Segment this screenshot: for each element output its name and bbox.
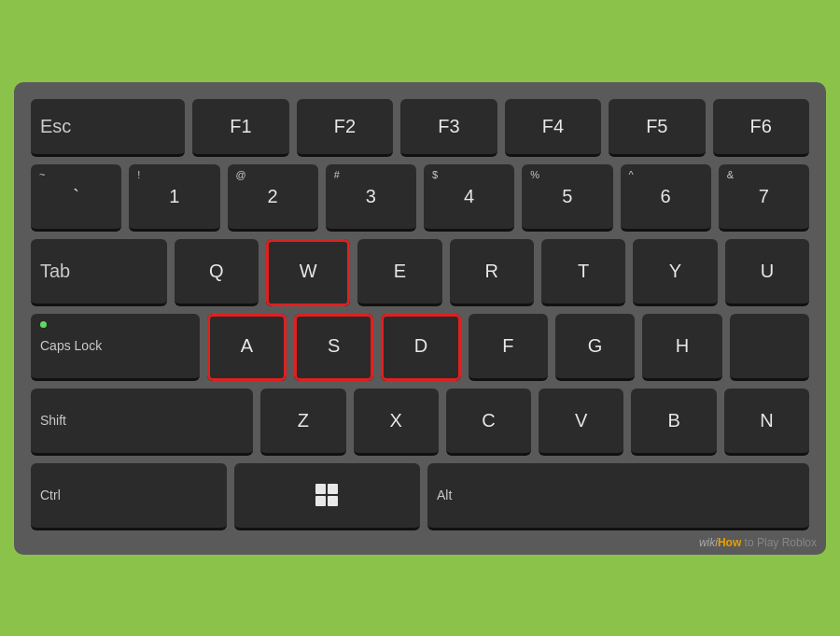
key-f6[interactable]: F6 [713, 99, 809, 157]
key-f[interactable]: F [469, 314, 548, 381]
watermark-how: How [718, 536, 741, 549]
key-alt[interactable]: Alt [427, 463, 809, 530]
asdf-row: Caps Lock A S D F G H [31, 314, 809, 381]
key-f3[interactable]: F3 [400, 99, 497, 157]
key-shift[interactable]: Shift [31, 389, 253, 456]
key-6[interactable]: ^ 6 [621, 164, 711, 232]
key-win[interactable] [234, 463, 421, 530]
key-f4[interactable]: F4 [505, 99, 601, 157]
key-f2[interactable]: F2 [297, 99, 393, 157]
key-4[interactable]: $ 4 [424, 164, 514, 232]
key-y[interactable]: Y [633, 239, 717, 306]
key-x[interactable]: X [354, 389, 439, 456]
key-t[interactable]: T [541, 239, 625, 306]
key-h[interactable]: H [642, 314, 721, 381]
key-tilde[interactable]: ~ ` [31, 164, 121, 232]
key-z[interactable]: Z [260, 389, 345, 456]
key-a[interactable]: A [207, 314, 287, 381]
key-s[interactable]: S [294, 314, 373, 381]
number-row: ~ ` ! 1 @ 2 # 3 $ 4 % 5 ^ 6 & 7 [31, 164, 809, 232]
key-5[interactable]: % 5 [522, 164, 612, 232]
key-b[interactable]: B [631, 389, 716, 456]
key-semicolon[interactable] [730, 314, 809, 381]
key-u[interactable]: U [725, 239, 809, 306]
fn-row: Esc F1 F2 F3 F4 F5 F6 [31, 99, 809, 157]
key-w[interactable]: W [266, 239, 350, 306]
key-v[interactable]: V [539, 389, 623, 456]
key-7[interactable]: & 7 [719, 164, 809, 232]
zxcv-row: Shift Z X C V B N [31, 389, 809, 456]
key-d[interactable]: D [381, 314, 460, 381]
qwerty-row: Tab Q W E R T Y U [31, 239, 809, 306]
key-f5[interactable]: F5 [609, 99, 705, 157]
key-tab[interactable]: Tab [31, 239, 167, 306]
key-ctrl[interactable]: Ctrl [31, 463, 227, 530]
windows-icon [315, 484, 338, 506]
key-f1[interactable]: F1 [192, 99, 288, 157]
key-3[interactable]: # 3 [326, 164, 416, 232]
watermark-wiki: wiki [699, 536, 718, 549]
keyboard-container: Esc F1 F2 F3 F4 F5 F6 ~ ` ! 1 @ 2 # 3 $ … [14, 82, 826, 555]
key-esc[interactable]: Esc [31, 99, 185, 157]
key-r[interactable]: R [450, 239, 534, 306]
key-q[interactable]: Q [175, 239, 259, 306]
key-e[interactable]: E [357, 239, 441, 306]
key-1[interactable]: ! 1 [129, 164, 219, 232]
key-2[interactable]: @ 2 [228, 164, 318, 232]
bottom-row: Ctrl Alt [31, 463, 809, 530]
key-c[interactable]: C [446, 389, 531, 456]
key-n[interactable]: N [724, 389, 809, 456]
watermark: wikiHow to Play Roblox [699, 536, 817, 549]
key-g[interactable]: G [555, 314, 635, 381]
watermark-rest: to Play Roblox [741, 536, 817, 549]
key-caps-lock[interactable]: Caps Lock [31, 314, 200, 381]
